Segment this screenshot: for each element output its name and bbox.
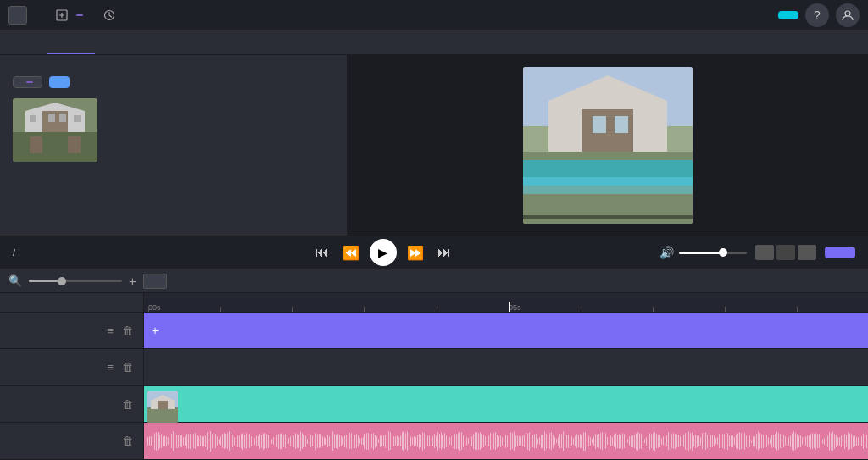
preview-thumb-3 [798,245,816,260]
tab-style[interactable] [95,30,142,54]
export-button[interactable] [825,247,855,258]
svg-rect-20 [615,116,628,133]
media-track-thumbnail [147,391,178,423]
timeline-tracks-content: 00s 05s 10s + [144,293,868,460]
preview-background-image [523,67,693,224]
svg-rect-26 [158,401,168,409]
tab-transcript[interactable] [0,30,47,54]
svg-rect-10 [68,136,81,153]
playhead [509,302,510,312]
text2-delete-button[interactable]: 🗑 [120,359,135,375]
fast-forward-button[interactable]: ⏩ [403,243,427,263]
get-unlimited-button[interactable] [778,11,798,19]
ruler-05s: 05s [509,303,521,312]
save-as-template-button[interactable] [49,7,90,24]
svg-rect-9 [30,136,42,153]
user-account-button[interactable] [836,3,860,27]
svg-rect-19 [593,116,606,133]
text1-track-content[interactable]: + [144,313,868,350]
track-label-text2: ≡ 🗑 [0,349,143,386]
tab-media[interactable] [47,30,95,54]
zoom-in-icon[interactable]: + [129,274,136,288]
preview-area [348,55,868,236]
zoom-out-icon[interactable]: 🔍 [8,274,22,287]
preview-text-overlay [523,67,616,80]
help-button[interactable]: ? [805,3,829,27]
main-content-area [0,55,868,236]
preview-caption-bar [523,215,693,219]
time-display: / [13,247,106,258]
media-thumbnail-container [13,98,97,165]
play-pause-button[interactable]: ▶ [370,239,397,266]
volume-icon: 🔊 [659,246,674,259]
media-thumbnail[interactable] [13,98,97,162]
text2-settings-button[interactable]: ≡ [105,359,115,375]
top-bar: ? [0,0,868,30]
text1-delete-button[interactable]: 🗑 [120,323,135,339]
text1-clip: + [144,313,868,349]
rewind-button[interactable]: ⏪ [339,243,363,263]
svg-rect-8 [59,114,66,122]
volume-slider[interactable] [679,252,747,254]
revert-icon [103,9,115,21]
track-label-text1: ≡ 🗑 [0,313,143,350]
thumbnail-image [13,98,97,162]
svg-rect-4 [13,132,97,162]
audio-waveform: // Generate waveform bars inline const w… [144,430,868,452]
volume-fill [679,252,723,254]
preview-thumb-2 [776,245,795,260]
zoom-slider[interactable] [29,280,122,282]
timeline-area: ≡ 🗑 ≡ 🗑 🗑 🗑 00s 05s 10s [0,293,868,460]
timeline-zoom-row: 🔍 + [0,269,868,293]
media-panel [0,55,348,236]
volume-knob [719,248,727,257]
pro-badge [76,14,83,16]
preview-thumb-1 [755,245,774,260]
svg-rect-12 [74,115,81,122]
track-label-audio: 🗑 [0,423,143,460]
skip-to-start-button[interactable]: ⏮ [312,243,332,262]
svg-rect-7 [48,114,55,122]
svg-point-2 [845,11,850,16]
zoom-box [143,274,167,289]
skip-to-end-button[interactable]: ⏭ [434,243,454,262]
app-logo [8,6,27,25]
ruler-00s: 00s [148,303,161,312]
transport-bar: / ⏮ ⏪ ▶ ⏩ ⏭ 🔊 [0,236,868,269]
text1-settings-button[interactable]: ≡ [105,323,115,339]
media-track-thumb-image [147,391,178,423]
help-icon: ? [814,8,821,22]
track-label-media: 🗑 [0,386,143,424]
save-template-icon [56,9,68,21]
audio-delete-button[interactable]: 🗑 [120,433,135,449]
svg-rect-22 [523,177,693,194]
transport-controls: ⏮ ⏪ ▶ ⏩ ⏭ [114,239,651,266]
add-track-button[interactable] [0,293,143,313]
add-media-button[interactable] [49,76,70,88]
text2-track-content[interactable] [144,349,868,386]
preview-card [523,67,693,224]
tab-bar [0,30,868,55]
user-icon [841,8,854,22]
media-delete-button[interactable]: 🗑 [120,396,135,413]
watermark-pro-badge [26,81,33,83]
add-watermark-button[interactable] [13,76,42,88]
track-labels: ≡ 🗑 ≡ 🗑 🗑 🗑 [0,293,144,460]
revert-project-button[interactable] [97,7,126,24]
volume-section: 🔊 [659,246,747,259]
media-buttons [13,76,334,88]
text1-add-button[interactable]: + [147,323,163,338]
timeline-ruler: 00s 05s 10s [144,293,868,313]
preview-thumbnails [755,245,816,260]
svg-rect-11 [30,115,36,122]
audio-track-content[interactable]: // Generate waveform bars inline const w… [144,423,868,460]
media-track-content[interactable] [144,386,868,424]
